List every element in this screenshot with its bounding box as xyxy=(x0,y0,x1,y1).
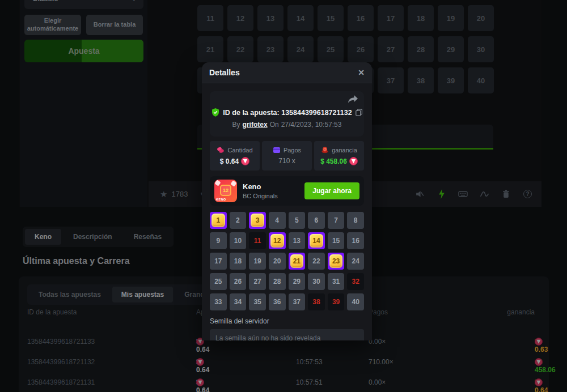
grid-cell: 7 xyxy=(328,212,345,229)
username-link[interactable]: grifotex xyxy=(243,121,268,129)
grid-cell: 28 xyxy=(269,273,286,290)
gem-icon: 23 xyxy=(329,254,343,268)
grid-cell: 4 xyxy=(269,212,286,229)
grid-cell: 13 xyxy=(289,232,306,249)
gem-icon: 3 xyxy=(251,214,264,227)
bet-datetime: 27/4/2023, 10:57:53 xyxy=(281,121,342,129)
grid-cell: 37 xyxy=(289,293,306,310)
grid-cell: 18 xyxy=(230,253,247,270)
trx-coin-icon xyxy=(349,157,358,165)
grid-cell: 31 xyxy=(328,273,345,290)
stat-profit: ganancia $ 458.06 xyxy=(314,141,364,171)
verified-shield-icon xyxy=(211,108,219,117)
card-icon xyxy=(273,147,281,154)
grid-cell: 25 xyxy=(210,273,227,290)
result-grid: 1234567891011121314151617181920212223242… xyxy=(210,212,364,310)
modal-header: Detalles ✕ xyxy=(202,62,372,83)
gem-icon: 21 xyxy=(290,254,304,268)
grid-cell-miss: 38 xyxy=(308,293,325,310)
game-provider: BC Originals xyxy=(243,193,278,199)
bet-meta: BygrifotexOn27/4/2023, 10:57:53 xyxy=(215,121,358,129)
share-icon[interactable] xyxy=(348,95,358,107)
game-card: 12 KENO Keno BC Originals Jugar ahora xyxy=(210,176,364,206)
close-icon[interactable]: ✕ xyxy=(358,68,365,77)
modal-title: Detalles xyxy=(209,68,240,77)
grid-cell: 8 xyxy=(347,212,364,229)
grid-cell-miss: 32 xyxy=(347,273,364,290)
chips-icon xyxy=(321,146,329,154)
grid-cell-miss: 11 xyxy=(249,232,266,249)
keno-game-icon: 12 KENO xyxy=(214,180,237,202)
coins-icon xyxy=(217,146,225,154)
grid-cell-hit: 21 xyxy=(289,253,306,270)
grid-cell-hit: 1 xyxy=(210,212,227,229)
grid-cell: 34 xyxy=(230,293,247,310)
grid-cell: 40 xyxy=(347,293,364,310)
keno-game-page: Classic › Elegir automáticamente Borrar … xyxy=(0,0,567,392)
grid-cell: 36 xyxy=(269,293,286,310)
grid-cell: 35 xyxy=(249,293,266,310)
gem-icon: 14 xyxy=(310,234,323,248)
grid-cell: 5 xyxy=(289,212,306,229)
bet-id-value: 135844399618721132 xyxy=(281,109,352,117)
stat-payout: Pagos 710 x xyxy=(262,141,312,171)
grid-cell: 24 xyxy=(347,253,364,270)
grid-cell: 26 xyxy=(230,273,247,290)
bet-info-panel: ID de la apuesta: 135844399618721132 Byg… xyxy=(210,91,364,137)
gem-icon: 1 xyxy=(211,214,225,227)
grid-cell: 22 xyxy=(308,253,325,270)
grid-cell-hit: 23 xyxy=(328,253,345,270)
grid-cell: 19 xyxy=(249,253,266,270)
grid-cell: 20 xyxy=(269,253,286,270)
grid-cell: 9 xyxy=(210,232,227,249)
server-seed-field[interactable]: La semilla aún no ha sido revelada xyxy=(210,329,364,340)
game-name: Keno xyxy=(243,182,278,191)
trx-coin-icon xyxy=(241,157,249,165)
grid-cell: 33 xyxy=(210,293,227,310)
grid-cell: 2 xyxy=(230,212,247,229)
grid-cell: 27 xyxy=(249,273,266,290)
grid-cell-hit: 3 xyxy=(249,212,266,229)
stat-amount: Cantidad $ 0.64 xyxy=(210,141,260,171)
grid-cell: 6 xyxy=(308,212,325,229)
bet-id-text: ID de la apuesta: 135844399618721132 xyxy=(223,109,352,117)
grid-cell: 29 xyxy=(289,273,306,290)
grid-cell-hit: 12 xyxy=(269,232,286,249)
copy-icon[interactable] xyxy=(356,109,362,116)
bet-stats: Cantidad $ 0.64 Pagos 710 x xyxy=(210,141,364,171)
modal-body: ID de la apuesta: 135844399618721132 Byg… xyxy=(202,91,372,340)
grid-cell: 16 xyxy=(347,232,364,249)
grid-cell: 15 xyxy=(328,232,345,249)
bet-details-modal: Detalles ✕ ID de la apuesta: 13584439961… xyxy=(202,62,372,340)
server-seed-label: Semilla del servidor xyxy=(210,317,364,325)
grid-cell-miss: 39 xyxy=(328,293,345,310)
play-now-button[interactable]: Jugar ahora xyxy=(304,182,359,199)
grid-cell-hit: 14 xyxy=(308,232,325,249)
gem-icon: 12 xyxy=(270,234,284,248)
grid-cell: 10 xyxy=(230,232,247,249)
grid-cell: 17 xyxy=(210,253,227,270)
grid-cell: 30 xyxy=(308,273,325,290)
